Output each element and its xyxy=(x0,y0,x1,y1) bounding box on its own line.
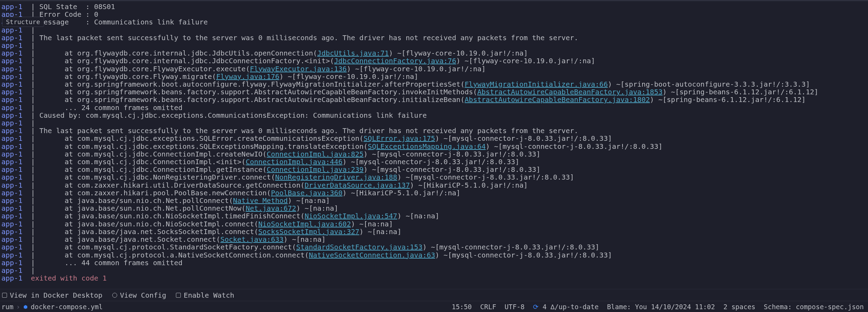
view-config-button[interactable]: View Config xyxy=(112,291,166,299)
log-source-label: app-1 xyxy=(1,251,22,259)
source-link[interactable]: NonRegisteringDriver.java:188 xyxy=(275,173,397,181)
view-in-docker-desktop-button[interactable]: View in Docker Desktop xyxy=(2,291,102,299)
log-exit-message: exited with code 1 xyxy=(31,274,107,282)
indent-status[interactable]: 2 spaces xyxy=(724,303,756,311)
log-text: ) ~[flyway-core-10.19.0.jar!/:na] xyxy=(279,72,418,81)
structure-toolwindow-tab[interactable]: Structure xyxy=(2,17,44,27)
source-link[interactable]: SocksSocketImpl.java:327 xyxy=(258,227,360,236)
log-source-label: app-1 xyxy=(1,119,22,127)
log-text: | at java.base/java.net.Socket.connect( xyxy=(31,235,220,244)
log-source-label: app-1 xyxy=(1,181,22,189)
source-link[interactable]: Socket.java:633 xyxy=(220,235,284,244)
log-line: app-1 | The last packet sent successfull… xyxy=(1,34,868,42)
log-text: ) ~[mysql-connector-j-8.0.33.jar!/:8.0.3… xyxy=(364,165,541,174)
view-in-docker-desktop-label: View in Docker Desktop xyxy=(10,291,102,299)
log-source-label: app-1 xyxy=(1,204,22,212)
services-log-output[interactable]: app-1 | SQL State : 08S01app-1 | Error C… xyxy=(0,3,868,288)
log-text: ) ~[mysql-connector-j-8.0.33.jar!/:8.0.3… xyxy=(364,150,541,158)
log-line: app-1 | ... 44 common frames omitted xyxy=(1,259,868,267)
log-text: ) ~[na:na] xyxy=(288,196,330,205)
log-text: | Message : Communications link failure xyxy=(31,18,208,26)
enable-watch-button[interactable]: Enable Watch xyxy=(176,291,234,299)
services-toolbar: View in Docker Desktop View Config Enabl… xyxy=(0,289,868,301)
log-line: app-1 | at com.zaxxer.hikari.util.Driver… xyxy=(1,181,868,189)
log-text: ) ~[spring-beans-6.1.12.jar!/:6.1.12] xyxy=(662,88,818,96)
source-link[interactable]: ConnectionImpl.java:446 xyxy=(246,158,342,166)
source-link[interactable]: NioSocketImpl.java:602 xyxy=(258,220,351,228)
log-text: | xyxy=(31,41,39,50)
source-link[interactable]: SQLExceptionsMapping.java:64 xyxy=(368,142,486,151)
source-link[interactable]: JdbcUtils.java:71 xyxy=(317,49,389,57)
log-line: app-1 | xyxy=(1,42,868,49)
navigation-breadcrumb: rum › docker-compose.yml xyxy=(0,303,103,311)
log-source-label: app-1 xyxy=(1,126,22,135)
log-text: | at org.flywaydb.core.Flyway.migrate( xyxy=(31,72,216,81)
log-source-label: app-1 xyxy=(1,158,22,166)
log-text: | The last packet sent successfully to t… xyxy=(31,126,578,135)
source-link[interactable]: SQLError.java:175 xyxy=(364,134,435,143)
source-link[interactable]: JdbcConnectionFactory.java:76 xyxy=(334,57,456,65)
source-link[interactable]: PoolBase.java:360 xyxy=(271,189,343,197)
breadcrumb-file[interactable]: docker-compose.yml xyxy=(31,303,103,311)
source-link[interactable]: FlywayMigrationInitializer.java:66 xyxy=(465,80,608,88)
file-encoding[interactable]: UTF-8 xyxy=(505,303,525,311)
log-text: ) ~[flyway-core-10.19.0.jar!/:na] xyxy=(347,65,485,73)
log-text: ) ~[HikariCP-5.1.0.jar!/:na] xyxy=(410,181,528,189)
source-link[interactable]: AbstractAutowireCapableBeanFactory.java:… xyxy=(477,88,663,96)
log-source-label: app-1 xyxy=(1,227,22,236)
log-source-label: app-1 xyxy=(1,243,22,251)
source-link[interactable]: Flyway.java:176 xyxy=(216,72,279,81)
source-link[interactable]: NativeSocketConnection.java:63 xyxy=(309,251,435,259)
cursor-position[interactable]: 15:50 xyxy=(452,303,472,311)
schema-status[interactable]: Schema: compose-spec.json xyxy=(764,303,864,311)
log-line: app-1 | Error Code : 0 xyxy=(1,10,868,18)
log-source-label: app-1 xyxy=(1,196,22,205)
log-source-label: app-1 xyxy=(1,49,22,57)
source-link[interactable]: NioSocketImpl.java:547 xyxy=(305,212,397,220)
log-line: app-1 | at com.mysql.cj.protocol.a.Nativ… xyxy=(1,251,868,259)
source-link[interactable]: FlywayExecutor.java:136 xyxy=(250,65,347,73)
log-text: ) ~[flyway-core-10.19.0.jar!/:na] xyxy=(389,49,528,57)
log-text: | at com.zaxxer.hikari.util.DriverDataSo… xyxy=(31,181,305,189)
log-text: ) ~[na:na] xyxy=(296,204,338,212)
log-line: app-1 | Message : Communications link fa… xyxy=(1,18,868,26)
log-source-label: app-1 xyxy=(1,235,22,244)
source-link[interactable]: DriverDataSource.java:137 xyxy=(305,181,410,189)
log-source-label: app-1 xyxy=(1,189,22,197)
log-line: app-1 | xyxy=(1,267,868,274)
source-link[interactable]: StandardSocketFactory.java:153 xyxy=(296,243,422,251)
source-link[interactable]: Net.java:672 xyxy=(246,204,296,212)
breadcrumb-root[interactable]: rum xyxy=(1,303,13,311)
log-text: | at org.flywaydb.core.internal.jdbc.Jdb… xyxy=(31,57,334,65)
log-source-label: app-1 xyxy=(1,3,22,11)
log-source-label: app-1 xyxy=(1,80,22,88)
git-blame-status[interactable]: Blame: You 14/10/2024 11:02 xyxy=(607,303,715,311)
log-text: | at java.base/sun.nio.ch.Net.pollConnec… xyxy=(31,196,233,205)
line-separator[interactable]: CRLF xyxy=(480,303,496,311)
log-text: | ... 44 common frames omitted xyxy=(31,259,182,267)
log-source-label: app-1 xyxy=(1,88,22,96)
log-text: | at com.mysql.cj.jdbc.exceptions.SQLErr… xyxy=(31,134,363,143)
log-text: | The last packet sent successfully to t… xyxy=(31,34,578,42)
log-line: app-1 | at org.springframework.beans.fac… xyxy=(1,88,868,96)
source-link[interactable]: ConnectionImpl.java:825 xyxy=(267,150,364,158)
source-link[interactable]: Native Method xyxy=(233,196,288,205)
log-line: app-1 | at org.flywaydb.core.Flyway.migr… xyxy=(1,73,868,80)
log-line: app-1 | SQL State : 08S01 xyxy=(1,3,868,10)
log-text: | xyxy=(31,26,39,34)
log-text: | at com.mysql.cj.jdbc.NonRegisteringDri… xyxy=(31,173,275,181)
source-link[interactable]: ConnectionImpl.java:239 xyxy=(267,165,364,174)
log-line: app-1 exited with code 1 xyxy=(1,274,868,282)
enable-watch-label: Enable Watch xyxy=(184,291,234,299)
log-text: | at java.base/sun.nio.ch.NioSocketImpl.… xyxy=(31,212,305,220)
log-line: app-1 | at org.springframework.boot.auto… xyxy=(1,80,868,88)
vcs-sync-status[interactable]: ⟳ 4 ∆/up-to-date xyxy=(533,303,599,311)
log-text: | at com.zaxxer.hikari.pool.PoolBase.new… xyxy=(31,189,271,197)
log-text: | ... 24 common frames omitted xyxy=(31,103,182,112)
source-link[interactable]: AbstractAutowireCapableBeanFactory.java:… xyxy=(465,95,650,104)
log-line: app-1 | at java.base/sun.nio.ch.NioSocke… xyxy=(1,220,868,228)
log-text: | at org.flywaydb.core.FlywayExecutor.ex… xyxy=(31,65,250,73)
log-text: | at com.mysql.cj.jdbc.ConnectionImpl.<i… xyxy=(31,158,246,166)
log-source-label: app-1 xyxy=(1,259,22,267)
log-line: app-1 | at java.base/sun.nio.ch.NioSocke… xyxy=(1,212,868,220)
